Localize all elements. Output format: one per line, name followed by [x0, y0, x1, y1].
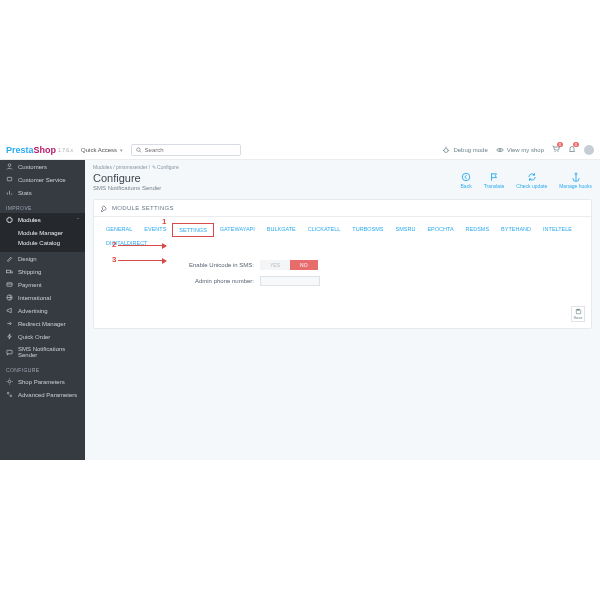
sidebar-item-modules[interactable]: Modulesˆ [0, 213, 85, 226]
back-icon [461, 172, 471, 182]
sidebar-item-customer-service[interactable]: Customer Service [0, 173, 85, 186]
logo: PrestaShop [6, 145, 56, 155]
check-update-button[interactable]: Check update [516, 172, 547, 189]
cart-badge: 0 [557, 142, 563, 147]
tabs: GENERAL EVENTS SETTINGS GATEWAYAPI BULKG… [94, 217, 591, 249]
svg-point-19 [8, 380, 11, 383]
tab-events[interactable]: EVENTS [138, 223, 172, 237]
sidebar-item-design[interactable]: Design [0, 252, 85, 265]
module-settings-panel: MODULE SETTINGS GENERAL EVENTS SETTINGS … [93, 199, 592, 329]
page-title: Configure [93, 172, 161, 184]
svg-point-7 [555, 151, 556, 152]
tab-smsru[interactable]: SMSRU [390, 223, 422, 237]
svg-rect-25 [577, 309, 579, 310]
sidebar-item-redirect[interactable]: Redirect Manager [0, 317, 85, 330]
version: 1.7.6.x [58, 147, 73, 153]
sidebar-item-stats[interactable]: Stats [0, 186, 85, 199]
svg-point-8 [558, 151, 559, 152]
save-button[interactable]: Save [571, 306, 585, 322]
label-enable-unicode: Enable Unicode in SMS: [184, 262, 254, 268]
svg-rect-15 [7, 283, 12, 287]
avatar[interactable] [584, 145, 594, 155]
sidebar-item-quick-order[interactable]: Quick Order [0, 330, 85, 343]
svg-line-1 [140, 151, 141, 152]
search-icon [136, 147, 141, 153]
sidebar-item-shipping[interactable]: Shipping [0, 265, 85, 278]
svg-point-22 [462, 173, 470, 181]
tab-epochta[interactable]: EPOCHTA [421, 223, 459, 237]
quick-access-menu[interactable]: Quick Access [81, 147, 123, 153]
page-subtitle: SMS Notifications Sender [93, 185, 161, 191]
svg-point-9 [8, 164, 11, 167]
eye-icon [496, 146, 504, 154]
sidebar-item-shop-parameters[interactable]: Shop Parameters [0, 375, 85, 388]
toggle-yes[interactable]: YES [260, 260, 290, 270]
translate-button[interactable]: Translate [484, 172, 505, 189]
notifications-button[interactable]: 0 [568, 145, 576, 154]
tab-settings[interactable]: SETTINGS [172, 223, 214, 237]
sidebar-head-improve: IMPROVE [0, 199, 85, 213]
bug-icon [442, 146, 450, 154]
debug-mode-button[interactable]: Debug mode [442, 146, 487, 154]
view-shop-button[interactable]: View my shop [496, 146, 544, 154]
sidebar-sub-module-catalog[interactable]: Module Catalog [18, 238, 85, 248]
admin-phone-input[interactable] [260, 276, 320, 286]
sidebar-item-advanced-parameters[interactable]: Advanced Parameters [0, 388, 85, 401]
svg-rect-14 [6, 270, 10, 273]
flag-icon [489, 172, 499, 182]
annotation-arrow-3 [118, 260, 166, 261]
back-button[interactable]: Back [461, 172, 472, 189]
annotation-1: 1 [162, 217, 166, 226]
svg-point-6 [499, 149, 501, 151]
tab-gatewayapi[interactable]: GATEWAYAPI [214, 223, 261, 237]
manage-hooks-button[interactable]: Manage hooks [559, 172, 592, 189]
tab-inteltele[interactable]: INTELTELE [537, 223, 578, 237]
tab-turbosms[interactable]: TURBOSMS [346, 223, 389, 237]
toggle-no[interactable]: NO [290, 260, 318, 270]
toggle-enable-unicode[interactable]: YES NO [260, 260, 318, 270]
sidebar-item-customers[interactable]: Customers [0, 160, 85, 173]
svg-point-2 [444, 148, 448, 152]
svg-point-0 [137, 147, 140, 150]
sidebar-item-advertising[interactable]: Advertising [0, 304, 85, 317]
bell-badge: 0 [573, 142, 579, 147]
svg-point-23 [575, 173, 577, 175]
sidebar-sub-module-manager[interactable]: Module Manager [18, 228, 85, 238]
sidebar-item-payment[interactable]: Payment [0, 278, 85, 291]
tab-general[interactable]: GENERAL [100, 223, 138, 237]
svg-point-20 [7, 392, 9, 394]
label-admin-phone: Admin phone number: [184, 278, 254, 284]
save-icon [575, 308, 582, 315]
tab-digitaldirect[interactable]: DIGITALDIRECT [100, 237, 153, 249]
tab-bulkgate[interactable]: BULKGATE [261, 223, 302, 237]
sidebar-head-configure: CONFIGURE [0, 361, 85, 375]
tab-clickatell[interactable]: CLICKATELL [302, 223, 347, 237]
annotation-arrow-2 [118, 245, 166, 246]
annotation-3: 3 [112, 255, 116, 264]
anchor-icon [571, 172, 581, 182]
annotation-2: 2 [112, 240, 116, 249]
tab-redsms[interactable]: REDSMS [460, 223, 496, 237]
search-box[interactable] [131, 144, 241, 156]
search-input[interactable] [145, 147, 237, 153]
wrench-icon [100, 204, 108, 212]
tab-bytehand[interactable]: BYTEHAND [495, 223, 537, 237]
svg-rect-10 [7, 177, 11, 181]
cart-button[interactable]: 0 [552, 145, 560, 154]
breadcrumb: Modules / pmsmssender / ✎ Configure [93, 160, 592, 172]
svg-point-21 [10, 395, 12, 397]
svg-rect-18 [7, 350, 12, 354]
sidebar: Customers Customer Service Stats IMPROVE… [0, 160, 85, 460]
refresh-icon [527, 172, 537, 182]
panel-title: MODULE SETTINGS [112, 205, 174, 211]
sidebar-item-international[interactable]: International [0, 291, 85, 304]
sidebar-item-sms[interactable]: SMS Notifications Sender [0, 343, 85, 361]
chevron-up-icon: ˆ [77, 217, 79, 223]
